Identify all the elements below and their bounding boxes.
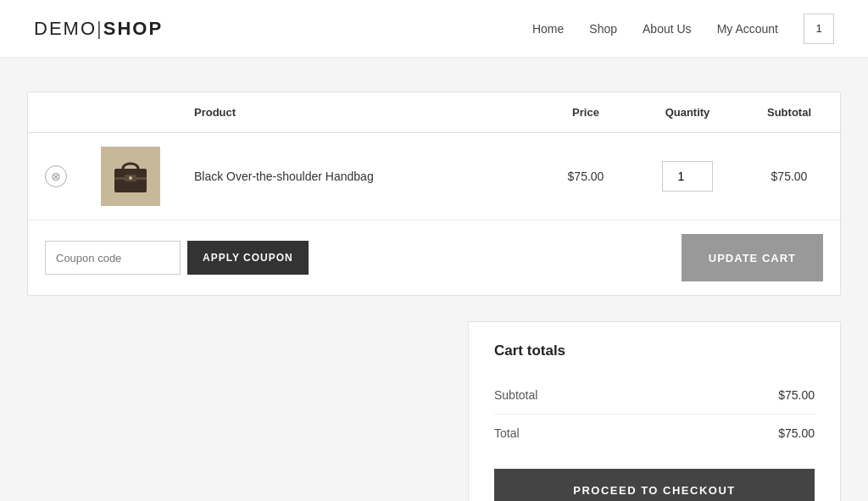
product-price: $75.00	[568, 170, 604, 183]
remove-item-button[interactable]: ⊗	[45, 165, 67, 187]
handbag-icon	[108, 153, 153, 199]
table-row: ⊗	[28, 133, 840, 220]
proceed-to-checkout-button[interactable]: PROCEED TO CHECKOUT	[494, 469, 815, 501]
col-header-quantity: Quantity	[637, 92, 738, 133]
product-name-cell: Black Over-the-shoulder Handbag	[177, 133, 535, 220]
product-name: Black Over-the-shoulder Handbag	[194, 170, 374, 183]
cart-totals-title: Cart totals	[494, 342, 815, 359]
cart-table-wrapper: Product Price Quantity Subtotal ⊗	[27, 92, 841, 296]
quantity-input[interactable]	[662, 161, 713, 192]
product-subtotal: $75.00	[771, 170, 808, 183]
logo-part2: SHOP	[103, 18, 163, 39]
logo: DEMO|SHOP	[34, 18, 163, 40]
cart-totals-wrapper: Cart totals Subtotal $75.00 Total $75.00…	[27, 321, 841, 501]
svg-point-3	[129, 176, 132, 180]
total-value: $75.00	[778, 426, 815, 440]
main-content: Product Price Quantity Subtotal ⊗	[10, 92, 858, 501]
product-qty-cell	[637, 133, 738, 220]
cart-icon-button[interactable]: 1	[804, 14, 834, 44]
nav-home[interactable]: Home	[532, 22, 564, 36]
remove-cell: ⊗	[28, 133, 84, 220]
subtotal-label: Subtotal	[494, 388, 537, 402]
col-header-price: Price	[535, 92, 637, 133]
col-header-product: Product	[177, 92, 535, 133]
nav-account[interactable]: My Account	[717, 22, 778, 36]
cart-totals-box: Cart totals Subtotal $75.00 Total $75.00…	[468, 321, 841, 501]
col-header-image	[84, 92, 177, 133]
apply-coupon-button[interactable]: APPLY COUPON	[187, 241, 309, 275]
cart-count-badge: 1	[815, 22, 821, 35]
nav-about[interactable]: About Us	[643, 22, 692, 36]
coupon-area: APPLY COUPON	[45, 241, 309, 275]
total-row: Total $75.00	[494, 415, 815, 452]
subtotal-row: Subtotal $75.00	[494, 376, 815, 415]
nav-shop[interactable]: Shop	[589, 22, 617, 36]
update-cart-button[interactable]: UPDATE CART	[682, 234, 823, 281]
total-label: Total	[494, 426, 520, 440]
logo-part1: DEMO	[34, 18, 97, 39]
cart-actions: APPLY COUPON UPDATE CART	[28, 220, 840, 295]
main-nav: Home Shop About Us My Account 1	[532, 14, 834, 44]
coupon-input[interactable]	[45, 241, 181, 275]
product-image-cell	[84, 133, 177, 220]
header: DEMO|SHOP Home Shop About Us My Account …	[0, 0, 868, 58]
subtotal-value: $75.00	[778, 388, 815, 402]
col-header-subtotal: Subtotal	[738, 92, 840, 133]
cart-table: Product Price Quantity Subtotal ⊗	[28, 92, 840, 220]
col-header-remove	[28, 92, 84, 133]
product-thumbnail	[101, 147, 160, 206]
logo-separator: |	[97, 18, 103, 39]
product-subtotal-cell: $75.00	[738, 133, 840, 220]
product-price-cell: $75.00	[535, 133, 637, 220]
